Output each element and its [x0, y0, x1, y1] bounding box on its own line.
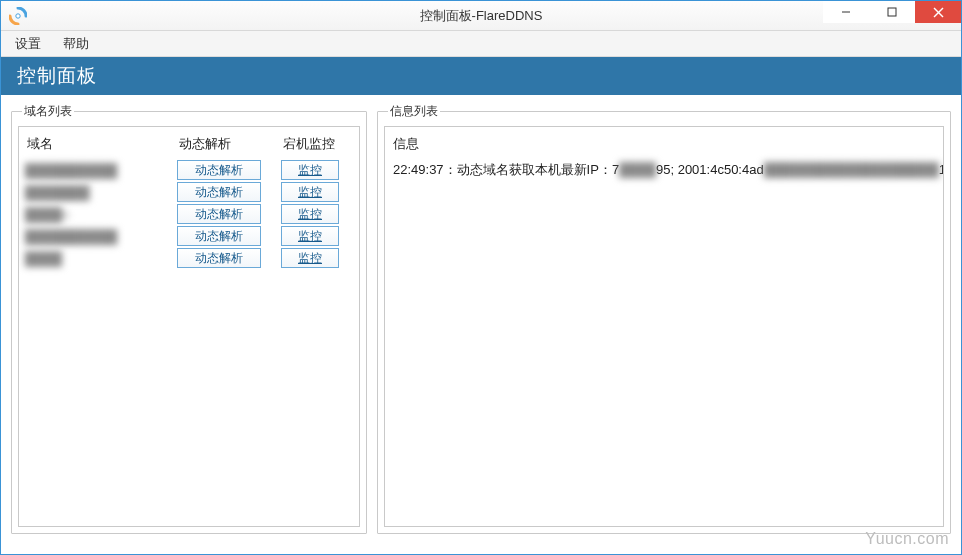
domain-name: ██████████ [25, 229, 177, 244]
info-list-box: 信息 22:49:37：动态域名获取本机最新IP：7████95; 2001:4… [384, 126, 944, 527]
domain-row: ████ 动态解析 监控 [25, 247, 353, 269]
window-title: 控制面板-FlareDDNS [1, 7, 961, 25]
page-banner: 控制面板 [1, 57, 961, 95]
col-ddns: 动态解析 [179, 135, 283, 153]
domain-row: ████n 动态解析 监控 [25, 203, 353, 225]
app-icon [9, 7, 27, 25]
monitor-button[interactable]: 监控 [281, 204, 339, 224]
domain-name: ████n [25, 207, 177, 222]
log-entry: 22:49:37：动态域名获取本机最新IP：7████95; 2001:4c50… [391, 159, 937, 179]
menubar: 设置 帮助 [1, 31, 961, 57]
svg-rect-2 [888, 8, 896, 16]
menu-help[interactable]: 帮助 [63, 35, 89, 53]
svg-point-0 [16, 13, 20, 17]
col-monitor: 宕机监控 [283, 135, 353, 153]
maximize-icon [887, 7, 897, 17]
log-time: 22:49:37 [393, 162, 444, 177]
monitor-button[interactable]: 监控 [281, 248, 339, 268]
close-icon [933, 7, 944, 18]
domain-name: ███████ [25, 185, 177, 200]
info-list-legend: 信息列表 [388, 103, 440, 120]
page-title: 控制面板 [17, 63, 97, 89]
titlebar: 控制面板-FlareDDNS [1, 1, 961, 31]
monitor-button[interactable]: 监控 [281, 226, 339, 246]
domain-columns-header: 域名 动态解析 宕机监控 [25, 131, 353, 159]
col-domain: 域名 [27, 135, 179, 153]
domain-list-panel: 域名列表 域名 动态解析 宕机监控 ██████████ 动态解析 监控 ███… [11, 103, 367, 534]
domain-list-box: 域名 动态解析 宕机监控 ██████████ 动态解析 监控 ███████ … [18, 126, 360, 527]
content-area: 域名列表 域名 动态解析 宕机监控 ██████████ 动态解析 监控 ███… [1, 95, 961, 540]
domain-row: ██████████ 动态解析 监控 [25, 225, 353, 247]
window-controls [823, 1, 961, 23]
monitor-button[interactable]: 监控 [281, 182, 339, 202]
menu-settings[interactable]: 设置 [15, 35, 41, 53]
info-header: 信息 [391, 131, 937, 159]
minimize-button[interactable] [823, 1, 869, 23]
ddns-button[interactable]: 动态解析 [177, 248, 261, 268]
ddns-button[interactable]: 动态解析 [177, 160, 261, 180]
domain-name: ██████████ [25, 163, 177, 178]
monitor-button[interactable]: 监控 [281, 160, 339, 180]
domain-name: ████ [25, 251, 177, 266]
domain-list-legend: 域名列表 [22, 103, 74, 120]
ddns-button[interactable]: 动态解析 [177, 182, 261, 202]
info-list-panel: 信息列表 信息 22:49:37：动态域名获取本机最新IP：7████95; 2… [377, 103, 951, 534]
ddns-button[interactable]: 动态解析 [177, 204, 261, 224]
minimize-icon [841, 7, 851, 17]
close-button[interactable] [915, 1, 961, 23]
ddns-button[interactable]: 动态解析 [177, 226, 261, 246]
domain-row: ██████████ 动态解析 监控 [25, 159, 353, 181]
domain-row: ███████ 动态解析 监控 [25, 181, 353, 203]
maximize-button[interactable] [869, 1, 915, 23]
